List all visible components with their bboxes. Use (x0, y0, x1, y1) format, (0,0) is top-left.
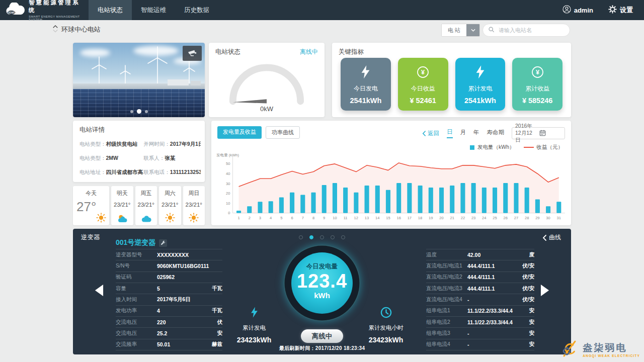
carousel-dot[interactable] (331, 235, 335, 239)
select-value: 电 站 (442, 24, 466, 36)
row-label: 组串电流2 (426, 319, 467, 326)
inverter-measurements-table: 温度42.00度直流电压/电流1444.4/111.1伏/安直流电压/电流244… (426, 249, 534, 350)
range-day[interactable]: 日 (447, 128, 453, 138)
row-label: 交流电压 (116, 319, 157, 326)
legend-generation: 发电量（kWh） (470, 144, 515, 151)
carousel-dot[interactable] (320, 235, 324, 239)
search-input[interactable] (498, 27, 571, 34)
carousel-dot[interactable] (130, 110, 133, 113)
station-photo-carousel[interactable] (73, 43, 205, 117)
row-value: 220 (157, 319, 217, 325)
carousel-dot[interactable] (309, 235, 313, 239)
row-unit: 千瓦 (212, 285, 222, 292)
breadcrumb[interactable]: 环球中心电站 (52, 24, 101, 35)
edit-wrench-icon[interactable] (159, 239, 167, 247)
gauge-value: 123.4 (291, 271, 353, 291)
row-label: 直流电压/电流4 (426, 296, 467, 303)
row-value: - (467, 330, 529, 336)
sun-icon (73, 213, 109, 223)
curve-link[interactable]: 曲线 (542, 233, 561, 242)
row-value: XXXXXXXXX (157, 252, 222, 258)
weather-forecast: 今天27°明天23/21°周五23/21°周六23/21°周日23/21° (73, 186, 205, 225)
range-lifetime[interactable]: 寿命期 (487, 129, 505, 138)
generation-bar (354, 193, 358, 213)
generation-bar (247, 206, 252, 213)
range-month[interactable]: 月 (460, 129, 466, 138)
x-tick-label: 13 (365, 216, 369, 220)
tab-电站状态[interactable]: 电站状态 (89, 0, 132, 20)
generation-bar (322, 185, 327, 213)
row-value: 444.4/111.1 (467, 263, 522, 269)
generation-bar (450, 186, 454, 213)
metric-card: ¥累计收益¥ 585246 (512, 58, 562, 111)
row-label: 直流电压/电流2 (426, 274, 467, 281)
x-tick-label: 26 (504, 216, 508, 220)
detail-value: 村级扶贫电站 (106, 141, 138, 147)
row-value: 9060KMTU16BG0111 (157, 263, 222, 269)
tab-智能运维[interactable]: 智能运维 (134, 0, 173, 20)
sun-icon (159, 213, 181, 223)
generation-bar (535, 199, 540, 213)
detail-value: 四川省成都市高... (106, 169, 144, 175)
chevron-down-icon[interactable] (466, 24, 479, 36)
calendar-icon (539, 130, 561, 137)
date-picker[interactable]: 2016年12月12日 (512, 127, 565, 139)
legend-revenue: 收益（元） (524, 144, 564, 151)
weather-day: 周五 (135, 190, 157, 197)
detail-label: 并网时间 (143, 141, 165, 147)
nav-tabs: 电站状态智能运维历史数据 (89, 0, 218, 20)
detail-label: 电站地址 (79, 169, 101, 175)
generation-bar (386, 190, 390, 213)
metric-value: 2541kWh (350, 97, 381, 105)
generation-bar (525, 188, 529, 213)
total-hours-label: 累计发电小时 (353, 324, 419, 332)
back-label: 返回 (428, 130, 439, 137)
x-tick-label: 14 (375, 216, 379, 220)
tab-generation-revenue[interactable]: 发电量及收益 (217, 126, 262, 139)
table-row: 接入时间2017年5月6日 (116, 294, 222, 305)
row-unit: 伏/安 (522, 274, 534, 281)
metrics-panel-title: 关键指标 (339, 48, 364, 56)
sun-cloud-icon (111, 214, 133, 223)
range-year[interactable]: 年 (473, 129, 479, 138)
carousel-dot[interactable] (299, 235, 303, 239)
x-tick-label: 17 (408, 216, 412, 220)
metric-label: 今日发电 (354, 84, 378, 93)
cctv-camera-icon[interactable] (183, 46, 202, 61)
weather-card: 周日23/21° (183, 186, 205, 225)
user-menu[interactable]: admin (562, 5, 593, 15)
station-name: 环球中心电站 (61, 25, 101, 34)
total-hours-stat: 累计发电小时 23423kWh (353, 305, 419, 344)
app-title-block: 智慧能源管理系统 SMART ENERGY MANAGEMENT SYSTEM (29, 0, 84, 21)
prev-inverter-arrow[interactable] (94, 284, 104, 299)
daily-generation-gauge: 今日发电量 123.4 kWh (284, 245, 360, 321)
yen-icon: ¥ (531, 64, 544, 80)
row-value: 4 (157, 308, 212, 314)
user-icon (562, 5, 571, 15)
station-type-select[interactable]: 电 站 (441, 24, 480, 37)
carousel-dot[interactable] (137, 109, 141, 114)
detail-value: 2017年9月1日 (170, 141, 201, 147)
table-row: 直流电压/电流2444.4/111.1伏/安 (426, 272, 534, 283)
app-logo: SEMS 智慧能源管理系统 SMART ENERGY MANAGEMENT SY… (0, 0, 89, 20)
tab-历史数据[interactable]: 历史数据 (178, 0, 216, 20)
tab-power-curve[interactable]: 功率曲线 (266, 126, 300, 139)
weather-temp: 23/21° (183, 202, 205, 208)
weather-day: 今天 (73, 190, 109, 197)
next-inverter-arrow[interactable] (540, 284, 550, 299)
svg-text:¥: ¥ (421, 69, 425, 76)
row-unit: 度 (529, 251, 535, 258)
detail-label: 电站类型 (79, 155, 101, 161)
settings-menu[interactable]: 设置 (608, 5, 633, 15)
top-right-actions: admin 设置 (562, 0, 644, 20)
metric-cards: 今日发电2541kWh¥今日收益¥ 52461累计发电2541kWh¥累计收益¥… (341, 58, 562, 111)
carousel-dot[interactable] (341, 235, 345, 239)
back-button[interactable]: 返回 (422, 130, 439, 137)
metric-card: 累计发电2541kWh (455, 58, 506, 111)
chart-area: 01020304050发电量 (kWh)12345678910111213141… (214, 152, 568, 224)
y-tick-label: 0 (228, 211, 230, 215)
chevron-left-icon (422, 131, 426, 136)
generation-bar (279, 198, 284, 213)
carousel-dot[interactable] (145, 110, 148, 113)
clock-icon (353, 305, 419, 319)
